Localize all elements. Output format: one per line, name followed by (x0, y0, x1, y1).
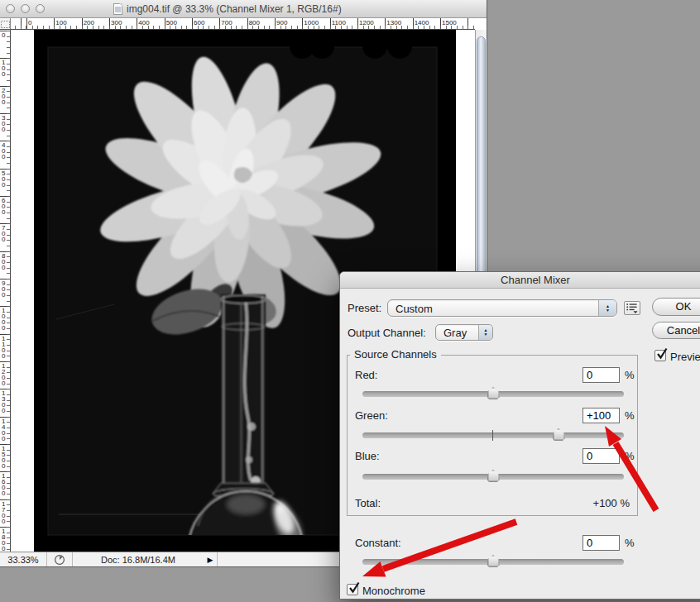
blue-slider[interactable] (362, 474, 624, 480)
green-value: +100 (587, 409, 611, 422)
ruler-label: 1500 (442, 19, 457, 26)
ruler-label: 100 (55, 19, 66, 26)
preview-checkbox[interactable] (654, 350, 666, 361)
ok-button[interactable]: OK (652, 298, 700, 316)
source-channels-legend: Source Channels (350, 348, 441, 361)
ruler-label: 1300 (386, 19, 401, 26)
output-channel-label: Output Channel: (348, 327, 426, 339)
monochrome-label: Monochrome (362, 585, 425, 597)
ruler-label: 800 (249, 19, 260, 26)
slider-zero-tick (492, 430, 493, 441)
constant-slider[interactable] (362, 559, 624, 565)
red-value-field[interactable]: 0 (583, 367, 620, 383)
ruler-label: 900 (276, 19, 287, 26)
ruler-label: 1400 (415, 19, 429, 26)
constant-unit-label: % (625, 537, 635, 549)
constant-slider-thumb[interactable] (487, 555, 500, 567)
green-value-field[interactable]: +100 (583, 408, 620, 423)
document-size-status: Doc: 16.8M/16.4M (73, 552, 204, 566)
ruler-label: 700 (221, 19, 232, 26)
window-titlebar[interactable]: img004.tif @ 33.3% (Channel Mixer 1, RGB… (0, 0, 487, 18)
ruler-label: 300 (111, 19, 122, 26)
ruler-label: 2 0 0 (2, 88, 5, 105)
preset-stepper: ▲▼ (598, 300, 616, 316)
status-menu-button[interactable]: ▶ (204, 552, 218, 566)
status-info-button[interactable] (47, 552, 73, 566)
ruler-label: 1 0 0 (2, 60, 5, 77)
ruler-label: 3 0 0 (2, 115, 5, 132)
ruler-label: 1 1 0 0 (2, 336, 5, 359)
check-icon (654, 346, 669, 361)
ruler-label: 8 0 0 (2, 253, 5, 270)
document-size-value: Doc: 16.8M/16.4M (101, 555, 175, 565)
cancel-button-label: Cancel (667, 324, 700, 337)
ruler-label: 1 2 0 0 (2, 363, 5, 386)
ruler-label: 4 0 0 (2, 142, 5, 160)
blue-channel-label: Blue: (355, 450, 380, 462)
channel-mixer-dialog: Channel Mixer Preset: Custom ▲▼ OK Cance… (339, 271, 700, 600)
ruler-label: 1 4 0 0 (2, 418, 5, 442)
ruler-label: 1200 (359, 19, 374, 26)
blue-value: 0 (587, 450, 592, 462)
constant-value-field[interactable]: 0 (583, 535, 620, 551)
ruler-label: 1 5 0 0 (2, 446, 5, 469)
status-menu-arrow-icon: ▶ (208, 556, 213, 564)
red-unit-label: % (625, 369, 635, 381)
close-window-button[interactable] (6, 4, 15, 13)
ruler-label: 1 8 0 0 (2, 528, 5, 552)
red-value: 0 (587, 369, 592, 381)
constant-value: 0 (587, 537, 592, 549)
zoom-window-button[interactable] (36, 4, 45, 13)
cancel-button[interactable]: Cancel (652, 322, 700, 339)
total-value: +100 % (547, 497, 630, 509)
screen: { "window": { "title": "img004.tif @ 33.… (0, 0, 700, 602)
green-slider[interactable] (362, 432, 624, 438)
red-slider[interactable] (362, 391, 624, 397)
ruler-label: 600 (194, 19, 204, 26)
green-channel-label: Green: (355, 409, 388, 422)
ruler-label: 0 (28, 19, 31, 26)
green-unit-label: % (625, 409, 635, 422)
ruler-label: 500 (166, 19, 177, 26)
ruler-label: 1 3 0 0 (2, 390, 5, 413)
preview-label: Preview (670, 351, 700, 363)
output-channel-value: Gray (443, 327, 467, 339)
preset-label: Preset: (348, 302, 381, 314)
window-title: img004.tif @ 33.3% (Channel Mixer 1, RGB… (127, 3, 342, 15)
minimize-window-button[interactable] (21, 4, 30, 13)
dialog-title: Channel Mixer (501, 274, 570, 286)
check-icon (347, 580, 362, 595)
blue-value-field[interactable]: 0 (583, 448, 620, 464)
preset-menu-icon (625, 302, 640, 314)
ruler-label: 0 (2, 32, 5, 38)
zoom-level-field[interactable]: 33.33% (0, 552, 47, 566)
document-proxy-icon[interactable] (113, 3, 122, 15)
dialog-titlebar[interactable]: Channel Mixer (340, 272, 700, 289)
ruler-label: 1000 (304, 19, 319, 26)
ruler-label: 7 0 0 (2, 225, 5, 242)
monochrome-checkbox[interactable] (347, 584, 358, 595)
output-channel-dropdown[interactable]: Gray ▲▼ (435, 324, 493, 341)
preset-value: Custom (396, 302, 433, 314)
ruler-label: 5 0 0 (2, 170, 5, 188)
preset-options-button[interactable] (624, 301, 640, 315)
ruler-vertical: 01 0 02 0 03 0 04 0 05 0 06 0 07 0 08 0 … (0, 30, 11, 552)
ruler-horizontal: 0001002003004005006007008009001000110012… (0, 18, 475, 30)
constant-label: Constant: (355, 537, 401, 549)
zoom-level-value: 33.33% (7, 555, 38, 565)
stepper-down-icon: ▼ (484, 332, 488, 337)
red-channel-label: Red: (355, 369, 377, 381)
preset-dropdown[interactable]: Custom ▲▼ (387, 299, 617, 317)
ok-button-label: OK (676, 300, 692, 313)
ruler-label: 1 6 0 0 (2, 473, 5, 496)
ruler-label: 1100 (332, 19, 346, 26)
ruler-label: 6 0 0 (2, 198, 5, 215)
ruler-origin-box[interactable] (0, 18, 11, 30)
total-label: Total: (355, 497, 381, 509)
ruler-label: 1 0 0 0 (2, 308, 5, 331)
ruler-label: 200 (84, 19, 94, 26)
stepper-down-icon: ▼ (606, 308, 610, 313)
ruler-label: 400 (138, 19, 149, 26)
clock-pie-icon (54, 554, 65, 566)
ruler-label: 1 7 0 0 (2, 501, 5, 524)
